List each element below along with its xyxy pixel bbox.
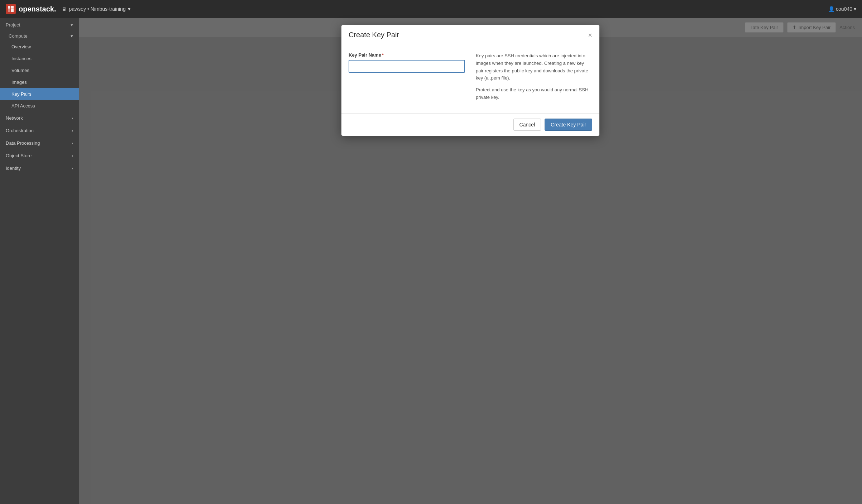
brand-icon xyxy=(6,4,16,14)
sidebar-compute-header[interactable]: Compute ▾ xyxy=(0,30,79,41)
key-pair-name-label: Key Pair Name* xyxy=(349,52,465,58)
brand-name: openstack. xyxy=(19,5,56,13)
create-key-pair-button[interactable]: Create Key Pair xyxy=(545,119,592,131)
chevron-right-icon: › xyxy=(72,153,73,158)
sidebar-compute-label: Compute xyxy=(9,33,28,39)
sidebar-section-network[interactable]: Network › xyxy=(0,112,79,124)
key-pair-name-group: Key Pair Name* xyxy=(349,52,465,73)
description-paragraph-2: Protect and use the key as you would any… xyxy=(476,86,592,101)
sidebar-item-instances[interactable]: Instances xyxy=(0,53,79,64)
brand: openstack. xyxy=(6,4,56,14)
cancel-button[interactable]: Cancel xyxy=(513,119,541,131)
svg-rect-1 xyxy=(11,6,14,9)
sidebar-section-data-processing[interactable]: Data Processing › xyxy=(0,137,79,149)
modal-description: Key pairs are SSH credentials which are … xyxy=(476,52,592,106)
project-selector[interactable]: 🖥 pawsey • Nimbus-training ▾ xyxy=(62,6,130,12)
modal-overlay: Create Key Pair × Key Pair Name* xyxy=(79,18,862,504)
layout: Project ▾ Compute ▾ Overview Instances V… xyxy=(0,18,862,504)
project-icon: 🖥 xyxy=(62,6,67,12)
svg-rect-0 xyxy=(8,6,10,9)
user-icon: 👤 xyxy=(828,6,834,12)
chevron-right-icon: › xyxy=(72,140,73,146)
sidebar-item-volumes[interactable]: Volumes xyxy=(0,64,79,76)
user-label: cou040 xyxy=(836,6,852,12)
user-dropdown-icon: ▾ xyxy=(854,6,856,12)
chevron-right-icon: › xyxy=(72,165,73,171)
modal-header: Create Key Pair × xyxy=(341,25,599,45)
project-dropdown-icon: ▾ xyxy=(128,6,130,12)
sidebar: Project ▾ Compute ▾ Overview Instances V… xyxy=(0,18,79,504)
required-indicator: * xyxy=(382,52,384,58)
sidebar-item-overview[interactable]: Overview xyxy=(0,41,79,53)
modal-footer: Cancel Create Key Pair xyxy=(341,113,599,136)
sidebar-section-identity[interactable]: Identity › xyxy=(0,162,79,174)
chevron-down-icon: ▾ xyxy=(71,33,73,39)
key-pair-name-input[interactable] xyxy=(349,60,465,73)
chevron-right-icon: › xyxy=(72,128,73,133)
modal-body: Key Pair Name* Key pairs are SSH credent… xyxy=(341,45,599,113)
modal-title: Create Key Pair xyxy=(349,31,399,39)
project-label: pawsey • Nimbus-training xyxy=(69,6,125,12)
sidebar-item-api-access[interactable]: API Access xyxy=(0,100,79,112)
create-key-pair-modal: Create Key Pair × Key Pair Name* xyxy=(341,25,599,136)
svg-rect-2 xyxy=(8,9,10,12)
sidebar-item-images[interactable]: Images xyxy=(0,76,79,88)
navbar-left: openstack. 🖥 pawsey • Nimbus-training ▾ xyxy=(6,4,130,14)
sidebar-section-object-store[interactable]: Object Store › xyxy=(0,149,79,162)
modal-form: Key Pair Name* xyxy=(349,52,465,106)
sidebar-item-keypairs[interactable]: Key Pairs xyxy=(0,88,79,100)
modal-close-button[interactable]: × xyxy=(588,32,592,39)
navbar: openstack. 🖥 pawsey • Nimbus-training ▾ … xyxy=(0,0,862,18)
chevron-right-icon: › xyxy=(72,115,73,121)
chevron-down-icon: ▾ xyxy=(71,22,73,28)
user-menu[interactable]: 👤 cou040 ▾ xyxy=(828,6,856,12)
svg-rect-3 xyxy=(11,9,14,12)
main-content: Tate Key Pair ⬆ Import Key Pair Actions … xyxy=(79,18,862,504)
sidebar-project-header[interactable]: Project ▾ xyxy=(0,18,79,30)
description-paragraph-1: Key pairs are SSH credentials which are … xyxy=(476,52,592,82)
sidebar-section-orchestration[interactable]: Orchestration › xyxy=(0,124,79,137)
sidebar-project-label: Project xyxy=(6,22,20,28)
